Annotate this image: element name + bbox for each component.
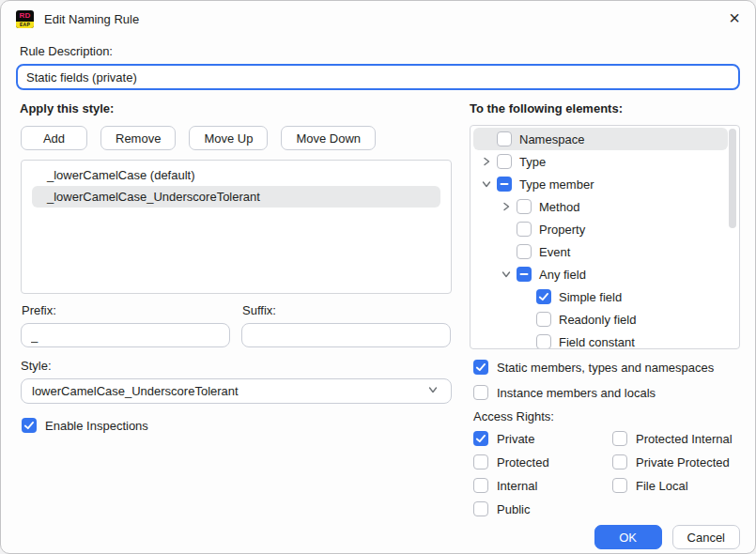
expander-spacer [476, 131, 497, 146]
access-internal-row[interactable]: Internal [473, 478, 612, 493]
checkbox-unchecked[interactable] [517, 199, 532, 214]
apply-style-label: Apply this style: [20, 101, 452, 115]
access-option-label: Protected Internal [636, 432, 733, 446]
checkbox-unchecked[interactable] [612, 431, 627, 446]
checkbox-indeterminate[interactable] [497, 177, 512, 192]
move-up-button[interactable]: Move Up [189, 126, 268, 150]
tree-node-label: Event [539, 245, 570, 259]
tree-node-label: Type [519, 155, 546, 169]
chevron-down-icon[interactable] [476, 177, 497, 192]
checkbox-unchecked[interactable] [473, 454, 488, 469]
checkbox-unchecked[interactable] [473, 501, 488, 516]
chevron-right-icon[interactable] [476, 154, 497, 169]
tree-node-label: Namespace [519, 132, 584, 146]
tree-node-field-constant[interactable]: Field constant [471, 331, 739, 349]
access-public-row[interactable]: Public [473, 501, 612, 516]
checkbox-unchecked[interactable] [612, 478, 627, 493]
style-label: Style: [21, 359, 452, 373]
tree-node-label: Readonly field [559, 313, 636, 327]
rule-description-input[interactable] [16, 64, 740, 90]
tree-node-type[interactable]: Type [471, 150, 739, 173]
access-option-label: Protected [497, 455, 549, 469]
checkbox-unchecked[interactable] [517, 244, 532, 259]
checkbox-checked[interactable] [473, 360, 488, 375]
checkbox-unchecked[interactable] [497, 131, 512, 146]
tree-node-label: Simple field [559, 290, 622, 304]
checkbox-indeterminate[interactable] [517, 267, 532, 282]
checkbox-unchecked[interactable] [473, 385, 488, 400]
tree-node-any-field[interactable]: Any field [471, 263, 739, 285]
enable-inspections-label: Enable Inspections [45, 419, 148, 433]
prefix-field: Prefix: [21, 294, 230, 347]
chevron-down-icon [425, 382, 440, 400]
static-members-types-and-namespaces-row[interactable]: Static members, types and namespaces [473, 360, 740, 375]
access-file-local-row[interactable]: File Local [612, 478, 740, 493]
scope-options: Static members, types and namespacesInst… [470, 360, 740, 400]
tree-node-method[interactable]: Method [471, 195, 739, 218]
tree-node-label: Field constant [559, 335, 635, 349]
tree-node-label: Any field [539, 268, 586, 282]
access-option-label: Internal [497, 479, 537, 493]
instance-members-and-locals-row[interactable]: Instance members and locals [473, 385, 740, 400]
titlebar: RD EAP Edit Naming Rule × [1, 1, 755, 37]
enable-inspections-row[interactable]: Enable Inspections [22, 418, 452, 433]
tree-node-label: Method [539, 200, 579, 214]
chevron-down-icon[interactable] [496, 267, 517, 282]
tree-node-event[interactable]: Event [471, 240, 739, 263]
checkbox-checked[interactable] [22, 418, 37, 433]
prefix-suffix-row: Prefix: Suffix: [21, 294, 452, 347]
access-option-label: Private [497, 432, 534, 446]
tree-node-type-member[interactable]: Type member [471, 173, 739, 195]
add-button[interactable]: Add [21, 126, 87, 150]
tree-node-label: Property [539, 223, 585, 237]
tree-node-namespace[interactable]: Namespace [473, 128, 728, 150]
checkbox-unchecked[interactable] [473, 478, 488, 493]
access-private-protected-row[interactable]: Private Protected [612, 454, 740, 469]
checkbox-unchecked[interactable] [497, 154, 512, 169]
dialog-title: Edit Naming Rule [44, 12, 139, 26]
cancel-button[interactable]: Cancel [672, 525, 740, 549]
style-list: _lowerCamelCase (default)_lowerCamelCase… [21, 160, 452, 294]
checkbox-unchecked[interactable] [612, 454, 627, 469]
prefix-label: Prefix: [22, 303, 230, 317]
remove-button[interactable]: Remove [100, 126, 176, 150]
checkbox-unchecked[interactable] [536, 334, 551, 349]
suffix-label: Suffix: [242, 303, 451, 317]
access-protected-internal-row[interactable]: Protected Internal [612, 431, 740, 446]
prefix-input[interactable] [21, 323, 230, 347]
rider-eap-app-icon: RD EAP [16, 10, 34, 28]
access-protected-row[interactable]: Protected [473, 454, 612, 469]
style-select[interactable]: lowerCamelCase_UnderscoreTolerant [21, 378, 452, 404]
checkbox-checked[interactable] [473, 431, 488, 446]
close-icon[interactable]: × [729, 8, 740, 28]
tree-node-readonly-field[interactable]: Readonly field [471, 308, 739, 331]
dialog-footer: OK Cancel [470, 525, 740, 549]
tree-node-simple-field[interactable]: Simple field [471, 285, 739, 308]
expander-spacer [516, 334, 536, 349]
dialog-content: Rule Description: Apply this style: AddR… [1, 44, 755, 549]
expander-spacer [496, 244, 517, 259]
scope-option-label: Instance members and locals [497, 386, 656, 400]
ok-button[interactable]: OK [594, 525, 662, 549]
checkbox-unchecked[interactable] [517, 222, 532, 237]
expander-spacer [516, 289, 536, 304]
checkbox-unchecked[interactable] [536, 312, 551, 327]
access-option-label: File Local [636, 479, 688, 493]
tree-node-property[interactable]: Property [471, 218, 739, 240]
style-select-value: lowerCamelCase_UnderscoreTolerant [32, 384, 239, 398]
access-rights-grid: PrivateProtected InternalProtectedPrivat… [473, 431, 740, 516]
suffix-input[interactable] [241, 323, 451, 347]
style-list-toolbar: AddRemoveMove UpMove Down [21, 126, 452, 150]
access-private-row[interactable]: Private [473, 431, 612, 446]
apply-style-section: Apply this style: AddRemoveMove UpMove D… [16, 90, 452, 433]
chevron-right-icon[interactable] [496, 199, 517, 214]
move-down-button[interactable]: Move Down [281, 126, 376, 150]
expander-spacer [516, 312, 536, 327]
checkbox-checked[interactable] [536, 289, 551, 304]
style-list-item[interactable]: _lowerCamelCase (default) [32, 164, 440, 186]
scrollbar-thumb[interactable] [729, 129, 736, 228]
app-icon-eap-text: EAP [16, 22, 34, 28]
access-option-label: Public [497, 502, 530, 516]
style-list-item[interactable]: _lowerCamelCase_UnderscoreTolerant [32, 186, 440, 208]
edit-naming-rule-dialog: RD EAP Edit Naming Rule × Rule Descripti… [0, 0, 756, 554]
